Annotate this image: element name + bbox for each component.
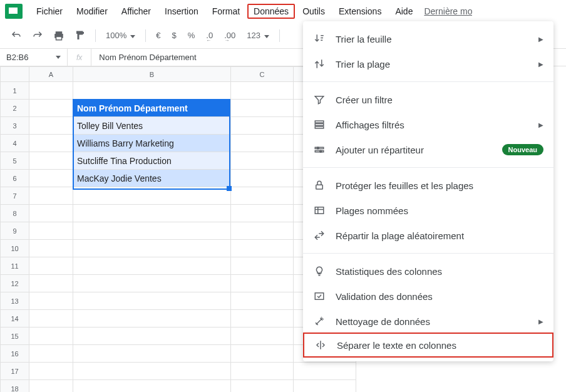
- cell[interactable]: [231, 222, 294, 240]
- cell[interactable]: [231, 135, 294, 152]
- menu-item-cleanup[interactable]: Nettoyage de données▶: [303, 309, 553, 334]
- redo-button[interactable]: [29, 27, 46, 44]
- cell[interactable]: [73, 292, 231, 310]
- cell[interactable]: [29, 292, 73, 310]
- column-header-a[interactable]: A: [29, 67, 73, 82]
- decrease-decimal-button[interactable]: .0←: [202, 28, 217, 43]
- row-header-14[interactable]: 14: [1, 310, 29, 328]
- cell[interactable]: [231, 345, 294, 363]
- row-header-2[interactable]: 2: [1, 100, 29, 117]
- cell[interactable]: [29, 117, 73, 135]
- cell[interactable]: [29, 380, 73, 393]
- menu-insert[interactable]: Insertion: [158, 4, 205, 19]
- cell[interactable]: [231, 117, 294, 135]
- cell[interactable]: [29, 135, 73, 152]
- column-header-c[interactable]: C: [231, 67, 294, 82]
- menu-extensions[interactable]: Extensions: [332, 4, 388, 19]
- row-header-4[interactable]: 4: [1, 135, 29, 152]
- percent-button[interactable]: %: [184, 28, 199, 43]
- cell[interactable]: [231, 380, 294, 393]
- cell[interactable]: [29, 328, 73, 345]
- menu-item-named-ranges[interactable]: Plages nommées: [303, 198, 553, 223]
- increase-decimal-button[interactable]: .00→: [220, 28, 239, 43]
- cell[interactable]: [294, 380, 356, 393]
- menu-item-split[interactable]: Séparer le texte en colonnes: [303, 333, 553, 358]
- row-header-10[interactable]: 10: [1, 240, 29, 257]
- menu-view[interactable]: Afficher: [115, 4, 157, 19]
- menu-edit[interactable]: Modifier: [70, 4, 114, 19]
- row-header-6[interactable]: 6: [1, 170, 29, 187]
- cell[interactable]: [231, 205, 294, 222]
- undo-button[interactable]: [8, 27, 25, 44]
- cell[interactable]: [29, 100, 73, 117]
- cell[interactable]: [73, 222, 231, 240]
- last-modification-link[interactable]: Dernière mo: [424, 6, 472, 16]
- paint-format-button[interactable]: [71, 27, 89, 44]
- cell[interactable]: [231, 275, 294, 292]
- cell[interactable]: [29, 187, 73, 205]
- cell[interactable]: [231, 292, 294, 310]
- menu-item-shuffle[interactable]: Répartir la plage aléatoirement: [303, 223, 553, 248]
- cell[interactable]: [73, 257, 231, 275]
- cell[interactable]: [29, 152, 73, 170]
- cell[interactable]: [73, 345, 231, 363]
- row-header-15[interactable]: 15: [1, 328, 29, 345]
- cell[interactable]: [73, 275, 231, 292]
- menu-data[interactable]: Données: [247, 4, 295, 19]
- menu-item-lock[interactable]: Protéger les feuilles et les plages: [303, 173, 553, 198]
- cell[interactable]: [231, 152, 294, 170]
- row-header-5[interactable]: 5: [1, 152, 29, 170]
- cell[interactable]: [29, 240, 73, 257]
- cell[interactable]: Nom Prénom Département: [73, 100, 231, 117]
- cell[interactable]: [73, 310, 231, 328]
- row-header-18[interactable]: 18: [1, 380, 29, 393]
- cell[interactable]: [73, 205, 231, 222]
- row-header-8[interactable]: 8: [1, 205, 29, 222]
- menu-item-filter[interactable]: Créer un filtre: [303, 87, 553, 112]
- row-header-11[interactable]: 11: [1, 257, 29, 275]
- cell[interactable]: [29, 205, 73, 222]
- menu-item-sort-sheet[interactable]: Trier la feuille▶: [303, 26, 553, 51]
- cell[interactable]: [73, 82, 231, 100]
- cell[interactable]: [29, 257, 73, 275]
- cell[interactable]: [294, 363, 356, 380]
- row-header-9[interactable]: 9: [1, 222, 29, 240]
- menu-item-slicer[interactable]: Ajouter un répartiteurNouveau: [303, 137, 553, 162]
- cell[interactable]: [73, 240, 231, 257]
- row-header-17[interactable]: 17: [1, 363, 29, 380]
- row-header-1[interactable]: 1: [1, 82, 29, 100]
- menu-item-sort-range[interactable]: Trier la plage▶: [303, 51, 553, 76]
- currency-euro-button[interactable]: €: [152, 28, 164, 43]
- cell[interactable]: [73, 328, 231, 345]
- cell[interactable]: [231, 310, 294, 328]
- cell[interactable]: [29, 363, 73, 380]
- cell[interactable]: [231, 100, 294, 117]
- cell[interactable]: [73, 187, 231, 205]
- menu-item-filter-views[interactable]: Affichages filtrés▶: [303, 112, 553, 137]
- cell[interactable]: Williams Barry Marketing: [73, 135, 231, 152]
- menu-file[interactable]: Fichier: [30, 4, 69, 19]
- cell[interactable]: [231, 328, 294, 345]
- cell[interactable]: [29, 345, 73, 363]
- cell[interactable]: [29, 170, 73, 187]
- cell[interactable]: [231, 187, 294, 205]
- row-header-12[interactable]: 12: [1, 275, 29, 292]
- cell[interactable]: MacKay Jodie Ventes: [73, 170, 231, 187]
- currency-dollar-button[interactable]: $: [168, 28, 180, 43]
- cell[interactable]: [29, 82, 73, 100]
- row-header-13[interactable]: 13: [1, 292, 29, 310]
- cell[interactable]: [231, 170, 294, 187]
- menu-format[interactable]: Format: [206, 4, 246, 19]
- cell[interactable]: [73, 363, 231, 380]
- row-header-16[interactable]: 16: [1, 345, 29, 363]
- menu-item-validation[interactable]: Validation des données: [303, 284, 553, 309]
- number-format-dropdown[interactable]: 123: [243, 28, 273, 43]
- print-button[interactable]: [50, 27, 68, 44]
- cell[interactable]: [29, 310, 73, 328]
- cell[interactable]: Tolley Bill Ventes: [73, 117, 231, 135]
- cell[interactable]: Sutcliffe Tina Production: [73, 152, 231, 170]
- cell[interactable]: [231, 82, 294, 100]
- name-box[interactable]: B2:B6: [0, 49, 68, 66]
- menu-item-lightbulb[interactable]: Statistiques des colonnes: [303, 259, 553, 284]
- row-header-7[interactable]: 7: [1, 187, 29, 205]
